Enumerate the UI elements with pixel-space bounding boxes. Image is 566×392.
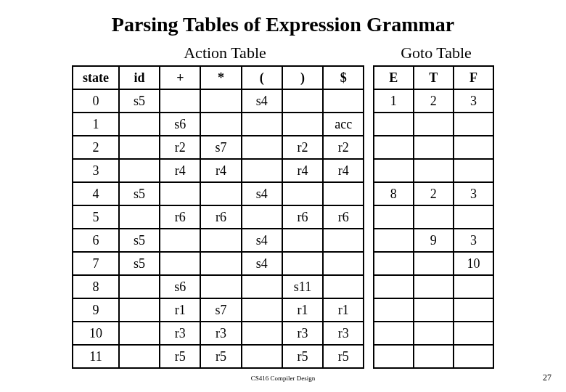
table-row: 11r5r5r5r5 xyxy=(73,345,493,368)
cell-state: 9 xyxy=(73,298,119,322)
cell-action: r1 xyxy=(160,298,200,322)
table-header-row: state id + * ( ) $ E T F xyxy=(73,66,493,89)
goto-table-heading: Goto Table xyxy=(378,44,494,62)
cell-action xyxy=(323,229,364,252)
col-star: * xyxy=(200,66,241,89)
table-gap xyxy=(364,275,373,298)
cell-action: r2 xyxy=(282,136,323,159)
col-lparen: ( xyxy=(242,66,282,89)
cell-goto xyxy=(454,322,493,345)
cell-action: r5 xyxy=(200,345,241,368)
cell-goto: 1 xyxy=(374,89,414,113)
cell-action: s6 xyxy=(160,113,200,136)
cell-action: r5 xyxy=(160,345,200,368)
cell-action: r6 xyxy=(282,205,323,229)
cell-action xyxy=(160,182,200,205)
col-T: T xyxy=(414,66,454,89)
cell-goto xyxy=(414,252,454,275)
cell-action: r3 xyxy=(282,322,323,345)
cell-action: s7 xyxy=(200,298,241,322)
cell-action xyxy=(242,159,282,182)
cell-goto: 10 xyxy=(454,252,493,275)
table-gap xyxy=(364,322,373,345)
cell-action xyxy=(119,205,160,229)
col-rparen: ) xyxy=(282,66,323,89)
table-row: 4s5s4823 xyxy=(73,182,493,205)
cell-action: r1 xyxy=(323,298,364,322)
cell-action xyxy=(242,275,282,298)
table-row: 7s5s410 xyxy=(73,252,493,275)
table-row: 1s6acc xyxy=(73,113,493,136)
cell-state: 10 xyxy=(73,322,119,345)
cell-goto xyxy=(374,275,414,298)
cell-goto xyxy=(454,205,493,229)
cell-goto xyxy=(374,322,414,345)
cell-action: r4 xyxy=(200,159,241,182)
cell-goto xyxy=(374,205,414,229)
cell-action xyxy=(119,136,160,159)
cell-action xyxy=(282,229,323,252)
cell-action xyxy=(119,298,160,322)
cell-action: s5 xyxy=(119,182,160,205)
cell-action xyxy=(200,89,241,113)
cell-goto xyxy=(374,136,414,159)
cell-action xyxy=(119,345,160,368)
cell-state: 11 xyxy=(73,345,119,368)
cell-action: s4 xyxy=(242,182,282,205)
cell-goto xyxy=(414,345,454,368)
table-gap xyxy=(364,345,373,368)
cell-goto xyxy=(374,252,414,275)
cell-action xyxy=(160,252,200,275)
cell-action: r3 xyxy=(323,322,364,345)
cell-goto xyxy=(374,159,414,182)
cell-action: r1 xyxy=(282,298,323,322)
cell-action: s4 xyxy=(242,229,282,252)
cell-action: r6 xyxy=(160,205,200,229)
table-row: 10r3r3r3r3 xyxy=(73,322,493,345)
cell-goto xyxy=(454,113,493,136)
cell-action xyxy=(282,89,323,113)
table-row: 0s5s4123 xyxy=(73,89,493,113)
table-row: 2r2s7r2r2 xyxy=(73,136,493,159)
col-id: id xyxy=(119,66,160,89)
cell-action: r4 xyxy=(323,159,364,182)
cell-action: r5 xyxy=(323,345,364,368)
cell-goto xyxy=(374,298,414,322)
cell-goto xyxy=(454,298,493,322)
cell-action xyxy=(282,252,323,275)
table-gap xyxy=(364,159,373,182)
cell-action: r2 xyxy=(160,136,200,159)
cell-action xyxy=(119,275,160,298)
cell-goto xyxy=(414,136,454,159)
col-F: F xyxy=(454,66,493,89)
cell-action xyxy=(160,229,200,252)
cell-action xyxy=(242,136,282,159)
cell-state: 2 xyxy=(73,136,119,159)
col-state: state xyxy=(73,66,119,89)
cell-action: acc xyxy=(323,113,364,136)
cell-action xyxy=(282,182,323,205)
table-gap xyxy=(364,252,373,275)
cell-action: s6 xyxy=(160,275,200,298)
cell-action xyxy=(242,113,282,136)
table-gap xyxy=(364,205,373,229)
cell-state: 8 xyxy=(73,275,119,298)
cell-state: 7 xyxy=(73,252,119,275)
cell-goto xyxy=(414,159,454,182)
cell-action xyxy=(323,252,364,275)
cell-action: r3 xyxy=(160,322,200,345)
footer-course: CS416 Compiler Design xyxy=(0,375,566,382)
cell-goto: 2 xyxy=(414,89,454,113)
cell-action: r4 xyxy=(160,159,200,182)
table-gap xyxy=(364,182,373,205)
table-row: 3r4r4r4r4 xyxy=(73,159,493,182)
cell-action: s5 xyxy=(119,229,160,252)
cell-state: 1 xyxy=(73,113,119,136)
cell-state: 5 xyxy=(73,205,119,229)
cell-action xyxy=(200,252,241,275)
table-gap xyxy=(364,89,373,113)
cell-action xyxy=(242,345,282,368)
cell-goto xyxy=(374,345,414,368)
cell-goto xyxy=(374,113,414,136)
cell-action xyxy=(323,182,364,205)
